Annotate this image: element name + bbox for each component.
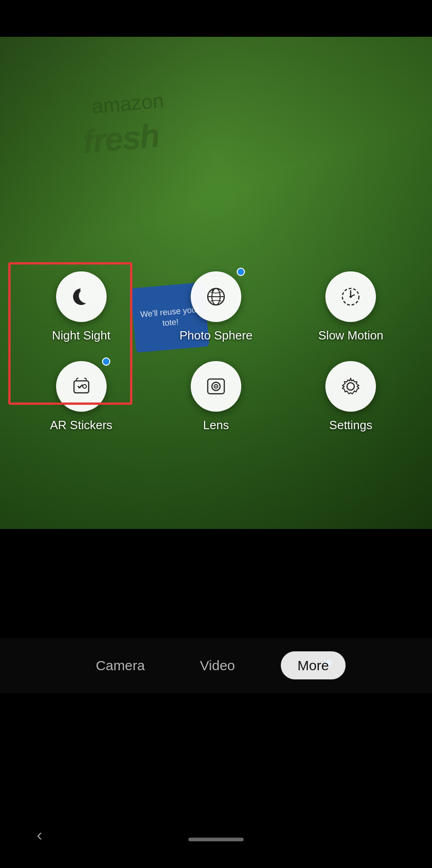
svg-point-6 xyxy=(83,385,86,388)
photo-sphere-circle xyxy=(191,271,241,322)
settings-circle xyxy=(325,361,376,412)
mode-item-lens[interactable]: Lens xyxy=(153,361,279,432)
black-bottom-area: ‹ xyxy=(0,693,432,868)
photo-sphere-label: Photo Sphere xyxy=(179,328,252,343)
night-sight-label: Night Sight xyxy=(52,328,110,343)
nav-more[interactable]: More xyxy=(281,651,345,679)
svg-point-4 xyxy=(350,296,352,298)
sphere-icon xyxy=(204,285,228,309)
slow-motion-label: Slow Motion xyxy=(318,328,384,343)
slow-motion-circle xyxy=(325,271,376,322)
mode-grid: Night Sight Photo Sphere Sl xyxy=(0,271,432,432)
lens-label: Lens xyxy=(203,418,229,432)
ar-stickers-blue-dot xyxy=(102,357,110,366)
night-sight-circle xyxy=(56,271,107,322)
settings-label: Settings xyxy=(329,418,372,432)
home-indicator xyxy=(188,838,244,841)
bag-overlay xyxy=(0,0,432,529)
svg-point-11 xyxy=(347,383,354,390)
bottom-navigation-bar: Camera Video More xyxy=(0,638,432,693)
mode-item-photo-sphere[interactable]: Photo Sphere xyxy=(153,271,279,343)
top-bar xyxy=(0,0,432,37)
moon-icon xyxy=(69,285,93,309)
nav-more-container: More xyxy=(281,658,345,673)
nav-camera[interactable]: Camera xyxy=(86,652,154,679)
mode-item-settings[interactable]: Settings xyxy=(288,361,414,432)
ar-stickers-label: AR Stickers xyxy=(50,418,113,432)
ar-stickers-circle xyxy=(56,361,107,412)
gear-icon xyxy=(339,374,363,398)
camera-background: amazon fresh We'll reuse your tote! xyxy=(0,0,432,529)
mode-item-night-sight[interactable]: Night Sight xyxy=(18,271,144,343)
nav-video[interactable]: Video xyxy=(191,652,244,679)
mode-item-slow-motion[interactable]: Slow Motion xyxy=(288,271,414,343)
photo-sphere-blue-dot xyxy=(237,268,245,276)
lens-circle xyxy=(191,361,241,412)
slow-motion-icon xyxy=(339,285,363,309)
amazon-fresh-text: fresh xyxy=(81,116,161,161)
lens-icon xyxy=(204,374,228,398)
back-button[interactable]: ‹ xyxy=(37,826,42,845)
mode-item-ar-stickers[interactable]: AR Stickers xyxy=(18,361,144,432)
ar-stickers-icon xyxy=(69,374,93,398)
svg-point-10 xyxy=(215,386,216,387)
